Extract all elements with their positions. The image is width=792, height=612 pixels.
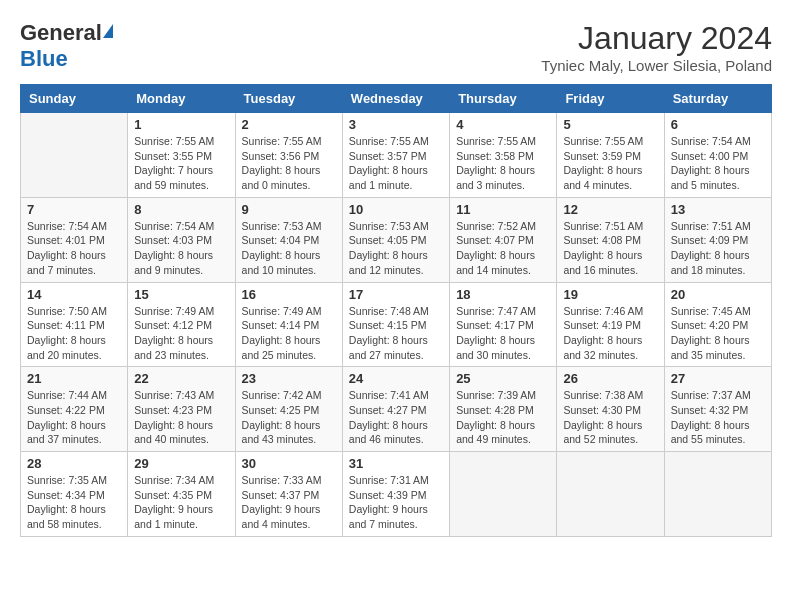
calendar-day-header: Saturday [664,85,771,113]
calendar-cell: 8Sunrise: 7:54 AM Sunset: 4:03 PM Daylig… [128,197,235,282]
calendar-cell: 6Sunrise: 7:54 AM Sunset: 4:00 PM Daylig… [664,113,771,198]
day-info: Sunrise: 7:55 AM Sunset: 3:58 PM Dayligh… [456,134,550,193]
calendar-day-header: Friday [557,85,664,113]
logo-general-text: General [20,20,102,46]
day-info: Sunrise: 7:38 AM Sunset: 4:30 PM Dayligh… [563,388,657,447]
day-number: 24 [349,371,443,386]
calendar-cell: 23Sunrise: 7:42 AM Sunset: 4:25 PM Dayli… [235,367,342,452]
calendar-week-row: 14Sunrise: 7:50 AM Sunset: 4:11 PM Dayli… [21,282,772,367]
day-number: 7 [27,202,121,217]
day-number: 12 [563,202,657,217]
title-block: January 2024 Tyniec Maly, Lower Silesia,… [541,20,772,74]
calendar-cell: 16Sunrise: 7:49 AM Sunset: 4:14 PM Dayli… [235,282,342,367]
calendar-cell: 31Sunrise: 7:31 AM Sunset: 4:39 PM Dayli… [342,452,449,537]
calendar-cell: 3Sunrise: 7:55 AM Sunset: 3:57 PM Daylig… [342,113,449,198]
day-number: 31 [349,456,443,471]
day-info: Sunrise: 7:47 AM Sunset: 4:17 PM Dayligh… [456,304,550,363]
calendar-cell: 28Sunrise: 7:35 AM Sunset: 4:34 PM Dayli… [21,452,128,537]
calendar-day-header: Wednesday [342,85,449,113]
day-info: Sunrise: 7:55 AM Sunset: 3:55 PM Dayligh… [134,134,228,193]
page-title: January 2024 [541,20,772,57]
day-info: Sunrise: 7:48 AM Sunset: 4:15 PM Dayligh… [349,304,443,363]
day-number: 20 [671,287,765,302]
day-number: 26 [563,371,657,386]
calendar-cell: 26Sunrise: 7:38 AM Sunset: 4:30 PM Dayli… [557,367,664,452]
calendar-cell: 1Sunrise: 7:55 AM Sunset: 3:55 PM Daylig… [128,113,235,198]
day-info: Sunrise: 7:49 AM Sunset: 4:14 PM Dayligh… [242,304,336,363]
day-number: 2 [242,117,336,132]
day-info: Sunrise: 7:45 AM Sunset: 4:20 PM Dayligh… [671,304,765,363]
calendar-cell: 17Sunrise: 7:48 AM Sunset: 4:15 PM Dayli… [342,282,449,367]
calendar-week-row: 28Sunrise: 7:35 AM Sunset: 4:34 PM Dayli… [21,452,772,537]
calendar-cell [557,452,664,537]
calendar-cell: 25Sunrise: 7:39 AM Sunset: 4:28 PM Dayli… [450,367,557,452]
calendar-cell [664,452,771,537]
day-info: Sunrise: 7:55 AM Sunset: 3:59 PM Dayligh… [563,134,657,193]
day-info: Sunrise: 7:53 AM Sunset: 4:04 PM Dayligh… [242,219,336,278]
day-info: Sunrise: 7:50 AM Sunset: 4:11 PM Dayligh… [27,304,121,363]
calendar-cell: 20Sunrise: 7:45 AM Sunset: 4:20 PM Dayli… [664,282,771,367]
day-number: 9 [242,202,336,217]
day-info: Sunrise: 7:55 AM Sunset: 3:57 PM Dayligh… [349,134,443,193]
day-info: Sunrise: 7:51 AM Sunset: 4:08 PM Dayligh… [563,219,657,278]
day-number: 25 [456,371,550,386]
day-number: 14 [27,287,121,302]
day-info: Sunrise: 7:51 AM Sunset: 4:09 PM Dayligh… [671,219,765,278]
day-info: Sunrise: 7:49 AM Sunset: 4:12 PM Dayligh… [134,304,228,363]
day-number: 29 [134,456,228,471]
page-header: General Blue January 2024 Tyniec Maly, L… [20,20,772,74]
day-info: Sunrise: 7:41 AM Sunset: 4:27 PM Dayligh… [349,388,443,447]
day-info: Sunrise: 7:55 AM Sunset: 3:56 PM Dayligh… [242,134,336,193]
calendar-cell: 7Sunrise: 7:54 AM Sunset: 4:01 PM Daylig… [21,197,128,282]
calendar-day-header: Thursday [450,85,557,113]
day-number: 13 [671,202,765,217]
day-info: Sunrise: 7:37 AM Sunset: 4:32 PM Dayligh… [671,388,765,447]
calendar-cell: 12Sunrise: 7:51 AM Sunset: 4:08 PM Dayli… [557,197,664,282]
calendar-cell: 9Sunrise: 7:53 AM Sunset: 4:04 PM Daylig… [235,197,342,282]
calendar-cell: 5Sunrise: 7:55 AM Sunset: 3:59 PM Daylig… [557,113,664,198]
day-number: 28 [27,456,121,471]
calendar-cell: 30Sunrise: 7:33 AM Sunset: 4:37 PM Dayli… [235,452,342,537]
day-number: 11 [456,202,550,217]
day-info: Sunrise: 7:31 AM Sunset: 4:39 PM Dayligh… [349,473,443,532]
day-info: Sunrise: 7:46 AM Sunset: 4:19 PM Dayligh… [563,304,657,363]
day-number: 10 [349,202,443,217]
page-subtitle: Tyniec Maly, Lower Silesia, Poland [541,57,772,74]
calendar-cell: 22Sunrise: 7:43 AM Sunset: 4:23 PM Dayli… [128,367,235,452]
day-info: Sunrise: 7:54 AM Sunset: 4:01 PM Dayligh… [27,219,121,278]
day-number: 8 [134,202,228,217]
day-number: 19 [563,287,657,302]
calendar-week-row: 7Sunrise: 7:54 AM Sunset: 4:01 PM Daylig… [21,197,772,282]
day-number: 27 [671,371,765,386]
calendar-cell: 18Sunrise: 7:47 AM Sunset: 4:17 PM Dayli… [450,282,557,367]
day-number: 22 [134,371,228,386]
day-info: Sunrise: 7:34 AM Sunset: 4:35 PM Dayligh… [134,473,228,532]
calendar-cell: 10Sunrise: 7:53 AM Sunset: 4:05 PM Dayli… [342,197,449,282]
calendar-table: SundayMondayTuesdayWednesdayThursdayFrid… [20,84,772,537]
day-number: 16 [242,287,336,302]
calendar-cell: 29Sunrise: 7:34 AM Sunset: 4:35 PM Dayli… [128,452,235,537]
day-info: Sunrise: 7:43 AM Sunset: 4:23 PM Dayligh… [134,388,228,447]
day-info: Sunrise: 7:54 AM Sunset: 4:00 PM Dayligh… [671,134,765,193]
calendar-cell: 13Sunrise: 7:51 AM Sunset: 4:09 PM Dayli… [664,197,771,282]
day-info: Sunrise: 7:35 AM Sunset: 4:34 PM Dayligh… [27,473,121,532]
calendar-cell: 19Sunrise: 7:46 AM Sunset: 4:19 PM Dayli… [557,282,664,367]
calendar-week-row: 21Sunrise: 7:44 AM Sunset: 4:22 PM Dayli… [21,367,772,452]
day-number: 17 [349,287,443,302]
calendar-day-header: Tuesday [235,85,342,113]
calendar-header-row: SundayMondayTuesdayWednesdayThursdayFrid… [21,85,772,113]
calendar-cell: 14Sunrise: 7:50 AM Sunset: 4:11 PM Dayli… [21,282,128,367]
day-info: Sunrise: 7:54 AM Sunset: 4:03 PM Dayligh… [134,219,228,278]
calendar-cell [21,113,128,198]
calendar-cell: 15Sunrise: 7:49 AM Sunset: 4:12 PM Dayli… [128,282,235,367]
day-number: 6 [671,117,765,132]
calendar-cell [450,452,557,537]
day-number: 5 [563,117,657,132]
day-number: 30 [242,456,336,471]
calendar-cell: 4Sunrise: 7:55 AM Sunset: 3:58 PM Daylig… [450,113,557,198]
day-number: 21 [27,371,121,386]
calendar-cell: 24Sunrise: 7:41 AM Sunset: 4:27 PM Dayli… [342,367,449,452]
day-info: Sunrise: 7:42 AM Sunset: 4:25 PM Dayligh… [242,388,336,447]
day-number: 23 [242,371,336,386]
day-info: Sunrise: 7:44 AM Sunset: 4:22 PM Dayligh… [27,388,121,447]
